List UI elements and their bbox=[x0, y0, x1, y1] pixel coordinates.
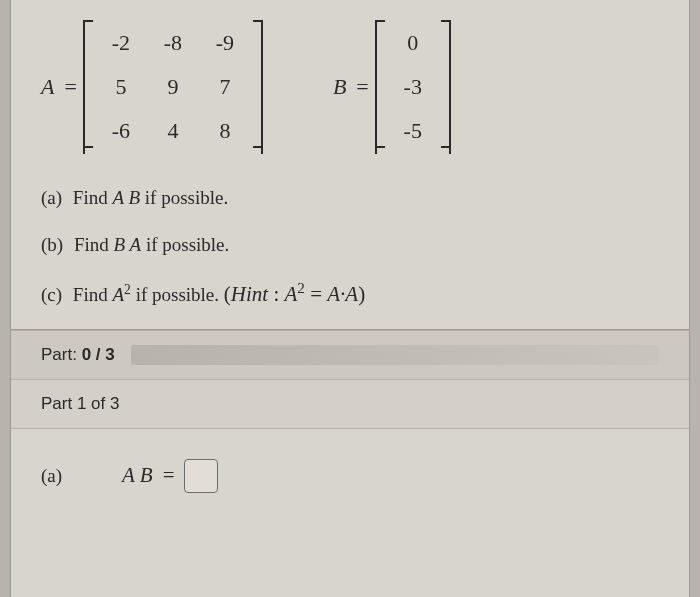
question-a-label: (a) bbox=[41, 187, 62, 208]
progress-track bbox=[131, 345, 659, 365]
question-b-label: (b) bbox=[41, 234, 63, 255]
question-a: (a) Find A B if possible. bbox=[41, 184, 659, 213]
matrix-a-def: A = -2 -8 -9 5 9 7 -6 4 8 bbox=[41, 20, 263, 154]
matrix-b-cell: 0 bbox=[401, 30, 425, 56]
answer-label: (a) bbox=[41, 465, 62, 487]
matrix-a-cell: 5 bbox=[109, 74, 133, 100]
progress-current: 0 bbox=[82, 345, 91, 364]
question-c: (c) Find A2 if possible. (Hint : A2 = A·… bbox=[41, 277, 659, 311]
matrix-a-cell: -2 bbox=[109, 30, 133, 56]
question-a-text-pre: Find bbox=[73, 187, 113, 208]
matrix-a-label: A bbox=[41, 74, 54, 100]
hint-exp: 2 bbox=[297, 280, 305, 296]
question-c-text-pre: Find bbox=[73, 284, 113, 305]
matrix-b: 0 -3 -5 bbox=[375, 20, 451, 154]
matrix-a-cell: -9 bbox=[213, 30, 237, 56]
question-a-text-post: if possible. bbox=[140, 187, 228, 208]
question-c-label: (c) bbox=[41, 284, 62, 305]
matrix-a: -2 -8 -9 5 9 7 -6 4 8 bbox=[83, 20, 263, 154]
matrix-b-def: B = 0 -3 -5 bbox=[333, 20, 451, 154]
question-b-text-post: if possible. bbox=[141, 234, 229, 255]
matrix-a-cell: -6 bbox=[109, 118, 133, 144]
answer-var: A B bbox=[122, 463, 153, 488]
answer-eq: = bbox=[163, 463, 175, 488]
question-b-text-pre: Find bbox=[74, 234, 114, 255]
question-a-var: A B bbox=[112, 187, 140, 208]
matrix-b-cell: -3 bbox=[401, 74, 425, 100]
question-b-var: B A bbox=[114, 234, 142, 255]
hint: (Hint : A2 = A·A) bbox=[224, 282, 365, 306]
progress-bar: Part: 0 / 3 bbox=[11, 330, 689, 380]
matrix-a-cell: 7 bbox=[213, 74, 237, 100]
answer-input[interactable] bbox=[184, 459, 218, 493]
equals-sign: = bbox=[356, 74, 368, 100]
matrix-b-label: B bbox=[333, 74, 346, 100]
question-b: (b) Find B A if possible. bbox=[41, 231, 659, 260]
hint-label: Hint bbox=[231, 282, 268, 306]
hint-rhs: A·A bbox=[327, 282, 358, 306]
progress-total: 3 bbox=[105, 345, 114, 364]
matrix-b-cell: -5 bbox=[401, 118, 425, 144]
answer-expression: A B = bbox=[122, 459, 218, 493]
equals-sign: = bbox=[64, 74, 76, 100]
matrix-a-cell: 4 bbox=[161, 118, 185, 144]
part-header: Part 1 of 3 bbox=[11, 380, 689, 429]
matrix-a-cell: 9 bbox=[161, 74, 185, 100]
question-c-var: A bbox=[112, 284, 124, 305]
hint-lhs: A bbox=[284, 282, 297, 306]
question-c-text-post: if possible. bbox=[131, 284, 224, 305]
matrix-definitions: A = -2 -8 -9 5 9 7 -6 4 8 B = bbox=[41, 20, 659, 154]
matrix-a-cell: 8 bbox=[213, 118, 237, 144]
progress-text: Part: 0 / 3 bbox=[41, 345, 115, 365]
answer-row: (a) A B = bbox=[41, 429, 659, 513]
hint-eq: = bbox=[305, 282, 327, 306]
matrix-a-cell: -8 bbox=[161, 30, 185, 56]
question-c-exp: 2 bbox=[124, 282, 131, 297]
